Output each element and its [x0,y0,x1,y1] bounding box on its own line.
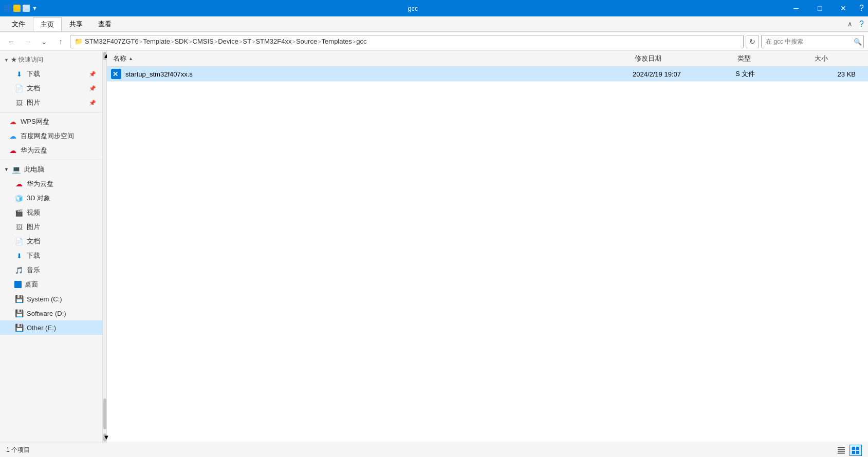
svg-rect-4 [838,451,845,452]
svg-rect-8 [852,451,855,454]
column-size-label: 大小 [815,54,828,63]
path-item-6[interactable]: STM32F4xx [255,37,291,45]
sidebar-item-huawei-cloud[interactable]: ☁ 华为云盘 [0,143,102,158]
window-controls: ─ □ ✕ [784,0,855,16]
column-modified-label: 修改日期 [635,54,661,63]
file-size: 23 KB [812,70,864,78]
download-icon: ⬇ [14,69,24,79]
close-button[interactable]: ✕ [832,0,855,16]
sidebar-item-baidu[interactable]: ☁ 百度网盘同步空间 [0,129,102,143]
maximize-button[interactable]: □ [808,0,832,16]
path-item-1[interactable]: Template [143,37,170,45]
ribbon-tabs: 文件 主页 共享 查看 ∧ ? [0,16,868,32]
table-row[interactable]: ✕ startup_stm32f407xx.s 2024/2/19 19:07 … [107,67,868,82]
pin-icon: 📌 [89,100,96,106]
sidebar-item-picture-quick[interactable]: 🖼 图片 📌 [0,96,102,110]
path-item-4[interactable]: Device [218,37,238,45]
sidebar-label: 图片 [27,222,40,232]
back-button[interactable]: ← [4,34,19,49]
wps-icon: ☁ [8,117,17,126]
table-header: 名称 ▲ 修改日期 类型 大小 [107,51,868,67]
quick-access-arrow[interactable]: ▼ [32,5,38,11]
dropdown-button[interactable]: ⌄ [37,34,51,49]
file-name: startup_stm32f407xx.s [125,70,193,78]
address-path[interactable]: 📁 STM32F407ZGT6 > Template > SDK > CMSIS… [70,35,744,48]
list-view-button[interactable] [835,445,847,456]
column-modified[interactable]: 修改日期 [633,53,735,64]
file-modified: 2024/2/19 19:07 [633,70,735,78]
scrollbar-thumb-up[interactable]: ▲ [103,52,106,60]
tab-view[interactable]: 查看 [90,17,119,31]
tab-share[interactable]: 共享 [62,17,90,31]
column-type[interactable]: 类型 [735,53,812,64]
sidebar-item-download-quick[interactable]: ⬇ 下载 📌 [0,67,102,81]
sidebar-item-drive-d[interactable]: 💾 Software (D:) [0,306,102,320]
sidebar-item-document-quick[interactable]: 📄 文档 📌 [0,81,102,96]
ribbon-help-icon[interactable]: ? [859,20,864,29]
column-name-label: 名称 [113,54,126,63]
sidebar-item-music[interactable]: 🎵 音乐 [0,263,102,277]
3d-icon: 🧊 [14,194,24,203]
download-folder-icon: ⬇ [14,251,24,260]
tab-home[interactable]: 主页 [33,17,62,31]
path-folder-icon: 📁 [75,37,83,45]
app-icon-white [23,5,30,12]
path-section: STM32F407ZGT6 > Template > SDK > CMSIS >… [85,37,367,45]
up-button[interactable]: ↑ [53,34,68,49]
file-table: ✕ startup_stm32f407xx.s 2024/2/19 19:07 … [107,67,868,443]
document-folder-icon: 📄 [14,237,24,246]
path-item-3[interactable]: CMSIS [193,37,214,45]
sidebar-item-picture[interactable]: 🖼 图片 [0,220,102,234]
sidebar-label: 文档 [27,237,40,246]
sidebar-this-pc-header[interactable]: ▼ 💻 此电脑 [0,162,102,177]
column-name[interactable]: 名称 ▲ [111,53,633,64]
address-bar: ← → ⌄ ↑ 📁 STM32F407ZGT6 > Template > SDK… [0,32,868,51]
quick-access-header[interactable]: ▼ ★ 快速访问 [0,53,102,67]
scrollbar-thumb[interactable] [103,398,106,429]
view-controls [835,445,862,456]
details-view-button[interactable] [849,445,862,456]
drive-d-icon: 💾 [14,309,24,318]
sidebar-label: 图片 [27,98,40,107]
tab-file[interactable]: 文件 [4,17,33,31]
sidebar-label: System (C:) [27,295,62,303]
sidebar-item-wps[interactable]: ☁ WPS网盘 [0,115,102,129]
refresh-button[interactable]: ↻ [746,35,759,48]
huawei-pc-icon: ☁ [14,179,24,188]
file-type: S 文件 [735,69,812,79]
scrollbar-thumb-down[interactable]: ▼ [103,433,106,442]
sidebar-label: 华为云盘 [27,179,53,188]
column-size[interactable]: 大小 [812,53,864,64]
sidebar-item-huawei-pc[interactable]: ☁ 华为云盘 [0,177,102,191]
path-item-8[interactable]: Templates [322,37,352,45]
path-item-2[interactable]: SDK [174,37,188,45]
pin-icon: 📌 [89,71,96,78]
sidebar-item-download[interactable]: ⬇ 下载 [0,249,102,263]
minimize-button[interactable]: ─ [784,0,808,16]
search-input[interactable] [761,35,864,48]
ribbon: 文件 主页 共享 查看 ∧ ? [0,16,868,32]
sidebar-item-document[interactable]: 📄 文档 [0,234,102,249]
path-item-5[interactable]: ST [243,37,251,45]
picture-icon: 🖼 [14,98,24,107]
sidebar-item-desktop[interactable]: 桌面 [0,277,102,292]
ribbon-collapse-icon[interactable]: ∧ [843,17,857,31]
search-icon[interactable]: 🔍 [854,37,862,45]
forward-button[interactable]: → [21,34,35,49]
path-item-9[interactable]: gcc [356,37,366,45]
sidebar-item-3d[interactable]: 🧊 3D 对象 [0,191,102,205]
sidebar-label: 此电脑 [24,165,44,174]
sidebar-label: 下载 [27,69,40,79]
drive-c-icon: 💾 [14,294,24,303]
sidebar-item-video[interactable]: 🎬 视频 [0,205,102,220]
path-item-0[interactable]: STM32F407ZGT6 [85,37,139,45]
help-icon[interactable]: ? [859,4,864,13]
document-icon: 📄 [14,84,24,93]
path-item-7[interactable]: Source [296,37,317,45]
sidebar-item-drive-e[interactable]: 💾 Other (E:) [0,320,102,335]
sidebar-label: 3D 对象 [27,194,50,203]
pin-icon: 📌 [89,85,96,92]
sidebar-scrollbar[interactable]: ▲ ▼ [103,51,107,443]
title-text: gcc [42,5,784,12]
sidebar-item-drive-c[interactable]: 💾 System (C:) [0,292,102,306]
